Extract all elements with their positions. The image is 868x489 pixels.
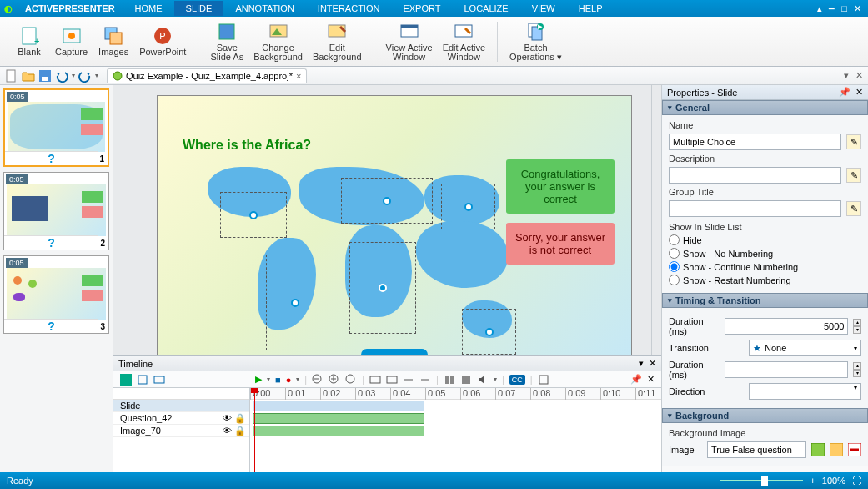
thumbnail-2[interactable]: 0:05 ? 2	[3, 172, 109, 250]
slide-canvas[interactable]: Where is the Africa? Cong	[157, 95, 632, 355]
zoom-fit-icon[interactable]: ⛶	[852, 476, 861, 486]
zoom-in-button[interactable]: +	[810, 476, 815, 486]
name-input[interactable]	[669, 134, 841, 150]
feedback-correct[interactable]: Congratulations, your answer is correct	[506, 159, 615, 214]
ribbon-powerpoint[interactable]: PPowerPoint	[134, 18, 191, 65]
tl-tool-3-icon[interactable]	[403, 374, 414, 386]
eye-icon[interactable]: 👁	[223, 413, 232, 424]
timeline-close-icon[interactable]: ✕	[649, 358, 656, 369]
track-bar-question[interactable]	[253, 413, 424, 424]
props-group-background[interactable]: Background	[662, 408, 868, 423]
description-input[interactable]	[669, 167, 841, 184]
timeline-dropdown-icon[interactable]: ▾	[639, 358, 644, 369]
vertical-scrollbar[interactable]	[651, 85, 661, 355]
ribbon-images[interactable]: Images	[93, 18, 134, 65]
track-row[interactable]: Image_70👁🔒	[113, 425, 249, 437]
play-icon[interactable]: ▶	[255, 374, 262, 385]
menu-slide[interactable]: SLIDE	[174, 1, 224, 16]
tl-snap-icon[interactable]	[538, 374, 549, 386]
radio-show-continue-numbering[interactable]: Show - Continue Numbering	[669, 261, 861, 272]
duration-stepper[interactable]: ▴▾	[853, 319, 861, 334]
tl-add-icon[interactable]	[120, 374, 132, 386]
ribbon-batch-operations[interactable]: ▸Batch Operations ▾	[504, 18, 567, 65]
ribbon-change-background[interactable]: Change Background	[248, 18, 308, 65]
lock-icon[interactable]: 🔒	[234, 413, 246, 424]
file-tab[interactable]: Quiz Example - Quiz_Example_4.approj* ×	[107, 68, 307, 83]
file-tab-close-icon[interactable]: ×	[296, 71, 301, 81]
tabs-dropdown-icon[interactable]: ▾	[840, 70, 852, 81]
zoom-out-icon[interactable]	[312, 374, 324, 386]
menu-help[interactable]: HELP	[567, 1, 615, 16]
tl-cc-icon[interactable]: CC	[509, 375, 525, 385]
tl-close-icon[interactable]: ✕	[647, 374, 655, 385]
transition-duration-input[interactable]	[725, 361, 848, 378]
timeline-ruler[interactable]: 0:00 0:01 0:02 0:03 0:04 0:05 0:06 0:07 …	[250, 388, 661, 400]
save-icon[interactable]	[38, 69, 52, 83]
image-edit-icon[interactable]	[830, 443, 843, 456]
track-bar-slide[interactable]	[253, 401, 424, 411]
ribbon-edit-background[interactable]: Edit Background	[308, 18, 367, 65]
props-pin-icon[interactable]: 📌	[839, 87, 850, 98]
tl-tool-1-icon[interactable]	[369, 374, 381, 386]
ribbon-view-active-window[interactable]: View Active Window	[381, 18, 438, 65]
redo-dropdown-icon[interactable]: ▾	[95, 72, 98, 79]
zoom-out-button[interactable]: −	[708, 476, 713, 486]
menu-interaction[interactable]: INTERACTION	[306, 1, 392, 16]
menu-export[interactable]: EXPORT	[391, 1, 452, 16]
zoom-slider[interactable]	[720, 480, 803, 481]
tl-pin-icon[interactable]: 📌	[630, 374, 642, 385]
zoom-fit-icon[interactable]	[345, 374, 357, 386]
tabs-close-icon[interactable]: ✕	[855, 70, 863, 81]
slide-thumbnails[interactable]: 0:05 ? 1 0:05 ? 2 0:05	[0, 85, 113, 472]
redo-icon[interactable]	[78, 69, 92, 83]
group-title-input[interactable]	[669, 200, 841, 217]
props-close-icon[interactable]: ✕	[855, 87, 863, 98]
track-row[interactable]: Slide	[113, 400, 249, 412]
playhead[interactable]	[254, 388, 255, 472]
tl-split-icon[interactable]	[444, 374, 455, 386]
direction-select[interactable]: ▾	[749, 383, 861, 400]
ribbon-edit-active-window[interactable]: Edit Active Window	[438, 18, 490, 65]
new-icon[interactable]	[5, 69, 18, 83]
image-picker-icon[interactable]	[811, 443, 825, 456]
props-group-timing[interactable]: Timing & Transition	[662, 293, 868, 308]
thumbnail-1[interactable]: 0:05 ? 1	[3, 88, 109, 167]
submit-button[interactable]	[361, 349, 428, 355]
menu-home[interactable]: HOME	[123, 1, 174, 16]
menu-localize[interactable]: LOCALIZE	[452, 1, 519, 16]
tl-loop-icon[interactable]	[153, 374, 165, 386]
zoom-in-icon[interactable]	[329, 374, 340, 386]
canvas-area[interactable]: Where is the Africa? Cong	[113, 85, 661, 355]
close-icon[interactable]: ✕	[854, 3, 861, 14]
maximize-icon[interactable]: □	[841, 3, 847, 14]
eye-icon[interactable]: 👁	[223, 426, 232, 436]
track-bar-image[interactable]	[253, 426, 424, 436]
radio-show-restart-numbering[interactable]: Show - Restart Numbering	[669, 275, 861, 285]
tl-tool-4-icon[interactable]	[419, 374, 431, 386]
tl-layers-icon[interactable]	[137, 374, 148, 386]
undo-icon[interactable]	[55, 69, 68, 83]
edit-icon[interactable]: ✎	[846, 134, 861, 149]
feedback-incorrect[interactable]: Sorry, your answer is not correct	[506, 223, 615, 265]
open-icon[interactable]	[22, 69, 35, 83]
tl-tool-2-icon[interactable]	[386, 374, 398, 386]
ribbon-blank[interactable]: +Blank	[8, 18, 50, 65]
ribbon-capture[interactable]: Capture	[50, 18, 93, 65]
lock-icon[interactable]: 🔒	[234, 426, 246, 436]
tl-join-icon[interactable]	[460, 374, 472, 386]
track-row[interactable]: Question_42👁🔒	[113, 412, 249, 425]
duration-input[interactable]	[725, 318, 848, 335]
image-select[interactable]: True False question	[707, 441, 806, 458]
undo-dropdown-icon[interactable]: ▾	[72, 72, 75, 79]
edit-icon[interactable]: ✎	[846, 201, 861, 216]
menu-annotation[interactable]: ANNOTATION	[223, 1, 305, 16]
stop-icon[interactable]: ■	[275, 375, 281, 385]
timeline-tracks[interactable]: 0:00 0:01 0:02 0:03 0:04 0:05 0:06 0:07 …	[250, 388, 661, 472]
transition-duration-stepper[interactable]: ▴▾	[853, 362, 861, 377]
edit-icon[interactable]: ✎	[846, 168, 861, 183]
radio-show-no-numbering[interactable]: Show - No Numbering	[669, 248, 861, 259]
ribbon-save-slide-as[interactable]: Save Slide As	[205, 18, 248, 65]
menu-view[interactable]: VIEW	[520, 1, 567, 16]
caret-up-icon[interactable]: ▴	[817, 3, 822, 14]
tl-volume-icon[interactable]	[477, 374, 489, 386]
